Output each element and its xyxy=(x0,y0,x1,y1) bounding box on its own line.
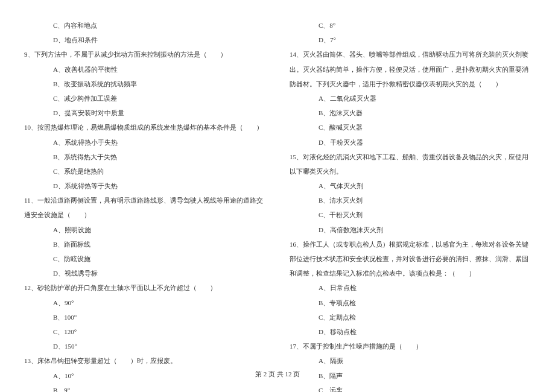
q13-option-b: B、9° xyxy=(24,383,265,392)
q14-option-a: A、二氧化碳灭火器 xyxy=(290,91,531,106)
content-columns: C、内容和地点 D、地点和条件 9、下列方法中，不属于从减少扰动方面来控制振动的… xyxy=(24,18,531,356)
q10-option-c: C、系统是绝热的 xyxy=(24,164,265,179)
q15-option-a: A、气体灭火剂 xyxy=(290,179,531,193)
question-16: 16、操作工人（或专职点检人员）根据规定标准，以感官为主，每班对各设备关键部位进… xyxy=(290,237,531,281)
q12-option-d: D、150° xyxy=(24,339,265,353)
page-footer: 第 2 页 共 12 页 xyxy=(0,367,555,381)
q10-option-d: D、系统得热等于失热 xyxy=(24,179,265,193)
question-11: 11、一般沿道路两侧设置，具有明示道路路线形、诱导驾驶人视线等用途的道路交通安全… xyxy=(24,193,265,222)
question-12: 12、砂轮防护罩的开口角度在主轴水平面以上不允许超过（ ） xyxy=(24,280,265,295)
q9-option-a: A、改善机器的平衡性 xyxy=(24,62,265,77)
question-17: 17、不属于控制生产性噪声措施的是（ ） xyxy=(290,339,531,353)
q13-option-c: C、8° xyxy=(290,18,531,33)
right-column: C、8° D、7° 14、灭火器由筒体、器头、喷嘴等部件组成，借助驱动压力可将所… xyxy=(290,18,531,356)
question-14: 14、灭火器由筒体、器头、喷嘴等部件组成，借助驱动压力可将所充装的灭火剂喷出。灭… xyxy=(290,47,531,91)
q15-option-d: D、高倍数泡沫灭火剂 xyxy=(290,223,531,237)
left-column: C、内容和地点 D、地点和条件 9、下列方法中，不属于从减少扰动方面来控制振动的… xyxy=(24,18,265,356)
q15-option-c: C、干粉灭火剂 xyxy=(290,207,531,222)
q8-option-d: D、地点和条件 xyxy=(24,33,265,47)
q10-option-a: A、系统得热小于失热 xyxy=(24,135,265,150)
q16-option-d: D、移动点检 xyxy=(290,324,531,339)
q16-option-c: C、定期点检 xyxy=(290,310,531,324)
q8-option-c: C、内容和地点 xyxy=(24,18,265,33)
q11-option-b: B、路面标线 xyxy=(24,237,265,251)
q17-option-c: C、远离 xyxy=(290,383,531,392)
q9-option-c: C、减少构件加工误差 xyxy=(24,91,265,106)
q9-option-b: B、改变振动系统的扰动频率 xyxy=(24,77,265,91)
question-15: 15、对液化烃的流淌火灾和地下工程、船舶、贵重仪器设备及物品的火灾，应使用以下哪… xyxy=(290,150,531,179)
question-9: 9、下列方法中，不属于从减少扰动方面来控制振动的方法是（ ） xyxy=(24,47,265,62)
q13-option-d: D、7° xyxy=(290,33,531,47)
q9-option-d: D、提高安装时对中质量 xyxy=(24,106,265,120)
q15-option-b: B、清水灭火剂 xyxy=(290,193,531,207)
q11-option-d: D、视线诱导标 xyxy=(24,266,265,280)
q12-option-c: C、120° xyxy=(24,324,265,339)
q11-option-a: A、照明设施 xyxy=(24,223,265,237)
question-10: 10、按照热爆炸理论，易燃易爆物质组成的系统发生热爆炸的基本条件是（ ） xyxy=(24,120,265,134)
q12-option-b: B、100° xyxy=(24,310,265,324)
q14-option-b: B、泡沫灭火器 xyxy=(290,106,531,120)
q16-option-b: B、专项点检 xyxy=(290,296,531,310)
q11-option-c: C、防眩设施 xyxy=(24,251,265,266)
q16-option-a: A、日常点检 xyxy=(290,280,531,295)
q12-option-a: A、90° xyxy=(24,296,265,310)
q10-option-b: B、系统得热大于失热 xyxy=(24,150,265,164)
q14-option-d: D、干粉灭火器 xyxy=(290,135,531,150)
q14-option-c: C、酸碱灭火器 xyxy=(290,120,531,134)
